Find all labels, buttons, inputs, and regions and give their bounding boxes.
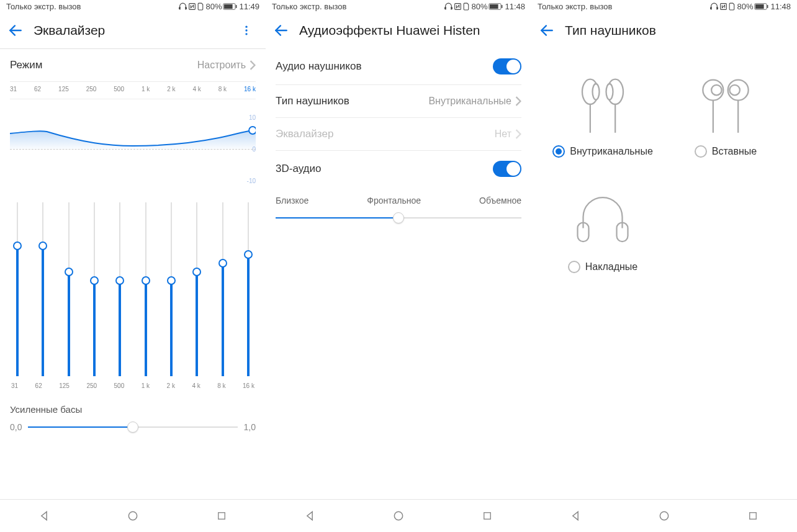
chevron-right-icon	[515, 96, 521, 106]
menu-button[interactable]	[237, 21, 256, 40]
page-title: Эквалайзер	[34, 23, 237, 38]
nav-back-icon	[304, 510, 316, 522]
status-right: 80% 11:48	[710, 2, 791, 11]
svg-marker-35	[573, 512, 578, 520]
mode-row[interactable]: Режим Настроить	[10, 49, 256, 82]
carrier-text: Только экстр. вызов	[272, 2, 346, 11]
freq-label: 31	[11, 382, 18, 389]
nav-back[interactable]	[25, 508, 63, 523]
svg-point-7	[245, 33, 247, 35]
band-slider-1k[interactable]	[140, 202, 152, 376]
band-slider-4k[interactable]	[191, 202, 203, 376]
row-value: Внутриканальные	[428, 96, 511, 107]
carrier-text: Только экстр. вызов	[6, 2, 81, 11]
svg-point-36	[660, 512, 668, 520]
nav-back[interactable]	[557, 508, 594, 523]
headphone-audio-row[interactable]: Аудио наушников	[276, 48, 521, 85]
band-slider-250[interactable]	[88, 202, 101, 376]
bass-max: 1,0	[244, 422, 256, 432]
row-value-wrap: Нет	[495, 128, 521, 140]
svg-rect-37	[749, 513, 756, 520]
svg-point-10	[128, 512, 137, 520]
band-slider-8k[interactable]	[217, 202, 229, 376]
page-title: Тип наушников	[565, 23, 787, 38]
svg-point-5	[245, 26, 247, 28]
status-bar: Только экстр. вызов 80% 11:49	[0, 0, 266, 12]
back-button[interactable]	[272, 21, 290, 40]
svg-rect-22	[755, 4, 764, 9]
freq-label: 8 k	[217, 382, 225, 389]
bass-title: Усиленные басы	[10, 404, 256, 415]
nav-home[interactable]	[646, 508, 683, 523]
mode-value-wrap: Настроить	[197, 60, 256, 71]
nfc-icon	[454, 2, 462, 11]
nav-recent[interactable]	[203, 508, 240, 523]
freq-labels-top: 31 62 125 250 500 1 k 2 k 4 k 8 k 16 k	[10, 82, 256, 99]
3d-audio-slider[interactable]	[276, 212, 521, 224]
equalizer-content: Режим Настроить 31 62 125 250 500 1 k 2 …	[0, 49, 266, 499]
nav-recent[interactable]	[734, 508, 772, 523]
3d-audio-toggle[interactable]	[493, 161, 521, 177]
freq-label: 125	[59, 382, 70, 389]
header: Тип наушников	[531, 12, 797, 48]
nav-recent-icon	[747, 510, 759, 521]
headphone-option-over-ear[interactable]: Накладные	[541, 176, 664, 292]
nav-recent-icon	[482, 510, 493, 521]
band-slider-2k[interactable]	[165, 202, 178, 376]
freq-label: 16 k	[243, 382, 254, 389]
band-slider-31[interactable]	[11, 202, 24, 376]
sim-icon	[729, 2, 736, 11]
headphone-type-content: Внутриканальные Вставные	[531, 48, 797, 499]
band-slider-16k[interactable]	[242, 202, 254, 376]
sim-icon	[197, 2, 204, 11]
freq-label-active: 16 k	[244, 86, 256, 92]
svg-marker-17	[307, 512, 312, 520]
bass-section: Усиленные басы 0,0 1,0	[10, 404, 256, 433]
headphones-icon	[179, 2, 187, 11]
bass-slider[interactable]	[28, 421, 237, 433]
eq-sliders	[10, 202, 256, 376]
back-button[interactable]	[538, 21, 556, 40]
band-slider-500[interactable]	[114, 202, 126, 376]
row-label: Тип наушников	[276, 95, 349, 107]
nav-home-icon	[392, 510, 405, 522]
3d-audio-row[interactable]: 3D-аудио	[276, 151, 521, 187]
band-slider-62[interactable]	[37, 202, 49, 376]
headphone-option-in-ear[interactable]: Внутриканальные	[541, 61, 664, 176]
header: Аудиоэффекты Huawei Histen	[266, 12, 531, 48]
slider-label-left: Близкое	[276, 196, 308, 205]
nav-home-icon	[127, 510, 139, 522]
back-button[interactable]	[6, 21, 25, 40]
dots-vertical-icon	[240, 24, 253, 37]
nav-home[interactable]	[114, 508, 151, 523]
svg-rect-19	[484, 513, 490, 520]
radio-over-ear[interactable]	[568, 261, 580, 273]
nav-home[interactable]	[380, 508, 417, 523]
row-label: Эквалайзер	[276, 128, 333, 140]
radio-in-ear[interactable]	[552, 145, 565, 158]
headphone-audio-toggle[interactable]	[493, 58, 521, 74]
radio-earbud[interactable]	[695, 145, 707, 158]
freq-label: 4 k	[192, 382, 200, 389]
equalizer-row: Эквалайзер Нет	[276, 118, 521, 151]
nav-recent-icon	[216, 510, 227, 521]
svg-point-32	[729, 85, 740, 96]
nav-back[interactable]	[291, 508, 328, 523]
nfc-icon	[188, 2, 196, 11]
option-label: Накладные	[585, 261, 637, 273]
headphone-options: Внутриканальные Вставные	[541, 48, 787, 292]
freq-label: 2 k	[167, 382, 175, 389]
svg-rect-14	[490, 4, 498, 9]
eq-curve	[10, 99, 256, 199]
headphone-type-row[interactable]: Тип наушников Внутриканальные	[276, 85, 521, 118]
freq-label: 2 k	[167, 86, 175, 92]
freq-label: 31	[10, 86, 17, 92]
headphone-option-earbud[interactable]: Вставные	[664, 61, 787, 176]
nav-recent[interactable]	[469, 508, 506, 523]
svg-point-18	[394, 512, 402, 520]
band-slider-125[interactable]	[63, 202, 75, 376]
time-text: 11:48	[770, 2, 791, 11]
status-right: 80% 11:49	[179, 2, 259, 11]
svg-point-30	[711, 85, 722, 96]
mode-label: Режим	[10, 59, 42, 71]
